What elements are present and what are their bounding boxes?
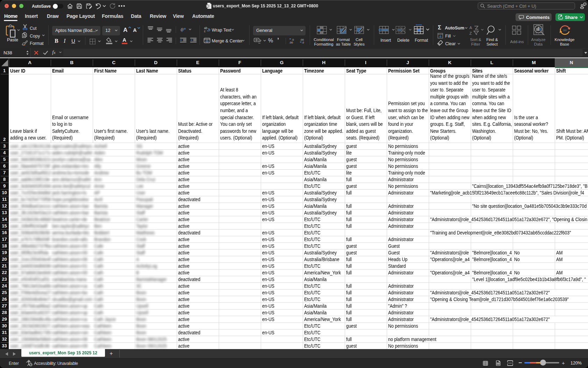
svg-text:A: A (469, 26, 472, 30)
svg-text:ab: ab (180, 27, 184, 32)
svg-text:.00: .00 (289, 41, 293, 44)
svg-text:Z: Z (469, 31, 472, 35)
svg-text:360: 360 (563, 29, 567, 32)
svg-text:?: ? (30, 363, 32, 366)
svg-text:.0: .0 (302, 41, 304, 44)
